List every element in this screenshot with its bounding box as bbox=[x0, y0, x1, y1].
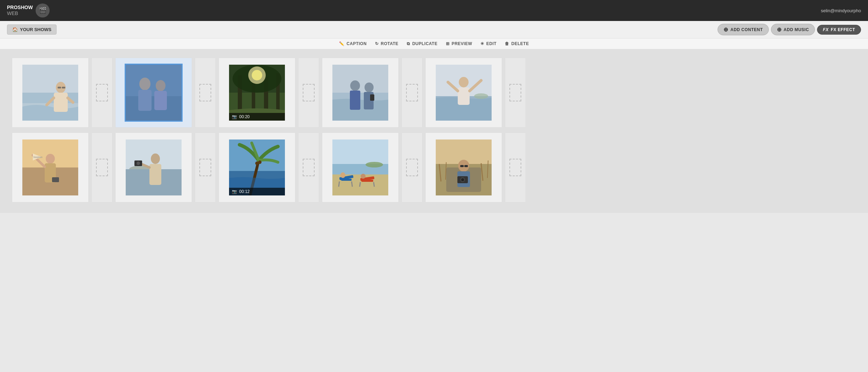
rotate-label: ROTATE bbox=[381, 41, 399, 46]
video-camera-icon-2: 📷 bbox=[232, 189, 237, 194]
slide-image-7 bbox=[126, 140, 182, 195]
add-slide-placeholder-10 bbox=[509, 159, 521, 176]
video-duration-8: 00:12 bbox=[239, 189, 250, 194]
svg-rect-87 bbox=[460, 165, 464, 167]
video-overlay-3: 📷 00:20 bbox=[229, 113, 285, 121]
preview-action[interactable]: ⊞ PREVIEW bbox=[446, 41, 472, 46]
fx-effect-label: FX EFFECT bbox=[831, 27, 855, 32]
svg-rect-28 bbox=[350, 91, 360, 110]
slide-card-4[interactable] bbox=[322, 58, 399, 128]
slide-row-1: 📷 00:20 bbox=[10, 56, 858, 129]
rotate-action[interactable]: ↻ ROTATE bbox=[375, 41, 398, 46]
preview-label: PREVIEW bbox=[451, 41, 472, 46]
svg-rect-7 bbox=[58, 87, 61, 88]
duplicate-icon: ⧉ bbox=[407, 41, 410, 46]
video-duration-3: 00:20 bbox=[239, 114, 250, 119]
user-email: selin@mindyourpho bbox=[821, 8, 861, 13]
plus-slot-2[interactable] bbox=[195, 58, 216, 128]
add-slide-placeholder-4 bbox=[406, 84, 418, 101]
preview-icon: ⊞ bbox=[446, 41, 450, 46]
plus-slot-5[interactable] bbox=[505, 58, 526, 128]
svg-point-62 bbox=[255, 162, 259, 165]
action-bar: ✏️ CAPTION ↻ ROTATE ⧉ DUPLICATE ⊞ PREVIE… bbox=[0, 38, 868, 49]
svg-rect-48 bbox=[52, 177, 59, 182]
slide-card-9[interactable] bbox=[322, 133, 399, 202]
slide-image-9 bbox=[332, 140, 388, 195]
svg-rect-69 bbox=[341, 179, 352, 181]
edit-action[interactable]: ✳ EDIT bbox=[480, 41, 496, 46]
music-plus-icon: ⊕ bbox=[777, 26, 782, 33]
delete-label: DELETE bbox=[512, 41, 529, 46]
plus-slot-8[interactable] bbox=[298, 133, 319, 202]
video-camera-icon: 📷 bbox=[232, 114, 237, 119]
main-toolbar: 🏠 YOUR SHOWS ⊕ ADD CONTENT ⊕ ADD MUSIC F… bbox=[0, 21, 868, 38]
svg-rect-8 bbox=[62, 87, 65, 88]
svg-point-77 bbox=[361, 174, 366, 179]
add-slide-placeholder-9 bbox=[406, 159, 418, 176]
plus-slot-10[interactable] bbox=[505, 133, 526, 202]
slide-image-1 bbox=[22, 65, 78, 121]
logo-icon: 🎬 bbox=[36, 3, 50, 17]
svg-rect-88 bbox=[464, 165, 468, 167]
svg-point-53 bbox=[151, 153, 160, 164]
slide-card-1[interactable] bbox=[12, 58, 89, 128]
rotate-icon: ↻ bbox=[375, 41, 379, 46]
svg-point-39 bbox=[474, 93, 488, 99]
slide-card-7[interactable] bbox=[115, 133, 192, 202]
plus-slot-1[interactable] bbox=[91, 58, 112, 128]
logo-proshow: PROSHOW bbox=[7, 5, 33, 10]
slide-image-8: 📷 00:12 bbox=[229, 140, 285, 195]
slide-image-2-selected bbox=[126, 65, 182, 121]
add-slide-placeholder-7 bbox=[199, 159, 211, 176]
svg-point-57 bbox=[137, 162, 140, 165]
add-content-button[interactable]: ⊕ ADD CONTENT bbox=[718, 24, 768, 35]
svg-line-70 bbox=[339, 181, 339, 187]
svg-rect-31 bbox=[370, 94, 374, 101]
slide-card-10[interactable] bbox=[425, 133, 502, 202]
caption-action[interactable]: ✏️ CAPTION bbox=[339, 41, 367, 46]
slide-row-2: freedom bbox=[10, 131, 858, 204]
slide-card-6[interactable]: freedom bbox=[12, 133, 89, 202]
svg-point-76 bbox=[340, 172, 345, 178]
plus-slot-7[interactable] bbox=[195, 133, 216, 202]
svg-line-74 bbox=[360, 182, 360, 187]
svg-line-71 bbox=[352, 181, 352, 187]
svg-rect-36 bbox=[458, 87, 470, 105]
caption-icon: ✏️ bbox=[339, 41, 345, 46]
slide-card-2[interactable] bbox=[115, 58, 192, 128]
svg-point-27 bbox=[350, 80, 360, 91]
video-overlay-8: 📷 00:12 bbox=[229, 188, 285, 195]
plus-slot-3[interactable] bbox=[298, 58, 319, 128]
svg-rect-73 bbox=[361, 180, 373, 182]
add-music-button[interactable]: ⊕ ADD MUSIC bbox=[771, 24, 815, 35]
main-content: 📷 00:20 bbox=[0, 49, 868, 213]
svg-point-66 bbox=[366, 162, 383, 167]
svg-point-29 bbox=[365, 83, 374, 92]
add-content-label: ADD CONTENT bbox=[730, 27, 763, 32]
logo-text: PROSHOW WEB 🎬 bbox=[7, 3, 50, 17]
fx-icon: FX bbox=[823, 27, 829, 32]
svg-line-75 bbox=[374, 182, 374, 187]
duplicate-action[interactable]: ⧉ DUPLICATE bbox=[407, 41, 437, 46]
plus-slot-6[interactable] bbox=[91, 133, 112, 202]
add-music-label: ADD MUSIC bbox=[784, 27, 809, 32]
delete-action[interactable]: 🗑 DELETE bbox=[505, 41, 529, 46]
svg-rect-15 bbox=[126, 65, 182, 121]
plus-slot-9[interactable] bbox=[402, 133, 422, 202]
add-slide-placeholder-8 bbox=[303, 159, 315, 176]
slide-card-5[interactable] bbox=[425, 58, 502, 128]
slide-card-3[interactable]: 📷 00:20 bbox=[219, 58, 295, 128]
app-header: PROSHOW WEB 🎬 selin@mindyourpho bbox=[0, 0, 868, 21]
fx-effect-button[interactable]: FX FX EFFECT bbox=[817, 25, 861, 35]
svg-point-43 bbox=[46, 154, 55, 164]
logo: PROSHOW WEB 🎬 bbox=[7, 3, 50, 17]
plus-slot-4[interactable] bbox=[402, 58, 422, 128]
slide-image-6: freedom bbox=[22, 140, 78, 195]
edit-icon: ✳ bbox=[480, 41, 484, 46]
slide-image-3: 📷 00:20 bbox=[229, 65, 285, 121]
svg-rect-54 bbox=[149, 164, 161, 185]
your-shows-button[interactable]: 🏠 YOUR SHOWS bbox=[7, 24, 57, 35]
svg-point-93 bbox=[461, 178, 464, 181]
slide-card-8[interactable]: 📷 00:12 bbox=[219, 133, 295, 202]
toolbar-actions: ⊕ ADD CONTENT ⊕ ADD MUSIC FX FX EFFECT bbox=[718, 24, 861, 35]
